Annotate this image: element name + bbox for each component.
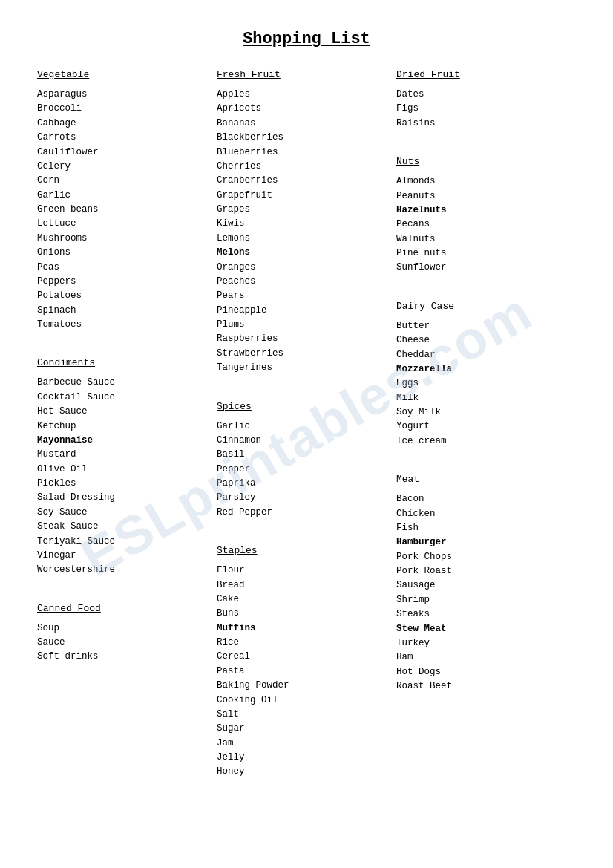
list-item: Mustard — [37, 448, 217, 462]
section-title-2-1: Nuts — [396, 156, 576, 167]
list-item: Cabbage — [37, 117, 217, 131]
list-item: Peas — [37, 261, 217, 275]
list-item: Rice — [217, 636, 396, 650]
list-item: Mayonnaise — [37, 434, 217, 448]
section-0-0: VegetableAsparagusBroccoliCabbageCarrots… — [37, 69, 217, 332]
list-item: Sugar — [217, 722, 396, 736]
list-item: Sunflower — [396, 261, 576, 275]
list-item: Cheese — [396, 333, 576, 347]
list-item: Salt — [217, 708, 396, 722]
list-item: Hazelnuts — [396, 203, 576, 218]
list-item: Apples — [217, 88, 396, 102]
list-item: Pickles — [37, 477, 217, 491]
list-item: Mozzarella — [396, 362, 576, 376]
section-title-0-1: Condiments — [37, 357, 217, 368]
list-item: Kiwis — [217, 217, 396, 231]
list-item: Vinegar — [37, 549, 217, 563]
list-item: Soy Sauce — [37, 506, 217, 520]
list-item: Butter — [396, 319, 576, 333]
section-title-1-1: Spices — [217, 401, 396, 412]
list-item: Bananas — [217, 117, 396, 131]
list-item: Pecans — [396, 218, 576, 232]
list-item: Roast Beef — [396, 679, 576, 694]
section-title-2-2: Dairy Case — [396, 301, 576, 312]
list-item: Cauliflower — [37, 146, 217, 160]
section-0-1: CondimentsBarbecue SauceCocktail SauceHo… — [37, 357, 217, 577]
list-item: Bacon — [396, 492, 576, 506]
list-item: Lemons — [217, 232, 396, 246]
list-item: Sauce — [37, 636, 217, 650]
list-item: Paprika — [217, 477, 396, 491]
list-item: Figs — [396, 102, 576, 116]
list-item: Blackberries — [217, 131, 396, 145]
list-item: Chicken — [396, 507, 576, 521]
list-item: Flour — [217, 564, 396, 578]
list-item: Broccoli — [37, 102, 217, 116]
list-item: Almonds — [396, 174, 576, 189]
section-0-2: Canned FoodSoupSauceSoft drinks — [37, 603, 217, 665]
list-item: Turkey — [396, 636, 576, 650]
list-item: Buns — [217, 607, 396, 621]
list-item: Grapes — [217, 203, 396, 217]
list-item: Olive Oil — [37, 463, 217, 477]
column-1: Fresh FruitApplesApricotsBananasBlackber… — [217, 69, 396, 794]
list-item: Hot Dogs — [396, 665, 576, 679]
page-title: Shopping List — [37, 30, 576, 48]
list-item: Soy Milk — [396, 405, 576, 420]
list-item: Lettuce — [37, 217, 217, 231]
section-title-1-0: Fresh Fruit — [217, 69, 396, 80]
list-item: Basil — [217, 448, 396, 462]
list-item: Pineapple — [217, 304, 396, 318]
list-item: Cherries — [217, 160, 396, 174]
list-item: Ketchup — [37, 420, 217, 434]
list-item: Melons — [217, 246, 396, 260]
list-item: Pork Chops — [396, 550, 576, 564]
list-item: Eggs — [396, 376, 576, 391]
column-2: Dried FruitDatesFigsRaisinsNutsAlmondsPe… — [396, 69, 576, 794]
section-title-2-3: Meat — [396, 474, 576, 485]
list-item: Tangerines — [217, 361, 396, 375]
section-2-0: Dried FruitDatesFigsRaisins — [396, 69, 576, 131]
list-item: Soup — [37, 621, 217, 636]
section-2-2: Dairy CaseButterCheeseCheddarMozzarellaE… — [396, 301, 576, 448]
list-item: Soft drinks — [37, 650, 217, 664]
section-2-1: NutsAlmondsPeanutsHazelnutsPecansWalnuts… — [396, 156, 576, 275]
list-item: Raisins — [396, 117, 576, 131]
list-item: Cake — [217, 593, 396, 607]
section-title-0-2: Canned Food — [37, 603, 217, 614]
list-item: Red Pepper — [217, 506, 396, 520]
list-item: Blueberries — [217, 146, 396, 160]
list-item: Jam — [217, 737, 396, 751]
list-item: Parsley — [217, 491, 396, 505]
list-item: Cheddar — [396, 348, 576, 362]
list-item: Baking Powder — [217, 679, 396, 693]
section-2-3: MeatBaconChickenFishHamburgerPork ChopsP… — [396, 474, 576, 694]
list-item: Sausage — [396, 578, 576, 593]
list-item: Spinach — [37, 304, 217, 318]
list-item: Peppers — [37, 275, 217, 289]
list-item: Bread — [217, 578, 396, 593]
list-item: Ham — [396, 650, 576, 665]
list-item: Celery — [37, 160, 217, 174]
list-item: Cranberries — [217, 174, 396, 188]
list-item: Muffins — [217, 621, 396, 636]
list-item: Worcestershire — [37, 563, 217, 577]
section-title-0-0: Vegetable — [37, 69, 217, 80]
section-1-2: StaplesFlourBreadCakeBunsMuffinsRiceCere… — [217, 545, 396, 780]
list-item: Raspberries — [217, 332, 396, 346]
list-item: Onions — [37, 246, 217, 260]
list-item: Strawberries — [217, 347, 396, 361]
list-item: Pork Roast — [396, 564, 576, 578]
section-1-0: Fresh FruitApplesApricotsBananasBlackber… — [217, 69, 396, 376]
list-item: Salad Dressing — [37, 491, 217, 505]
list-item: Grapefruit — [217, 189, 396, 203]
list-item: Apricots — [217, 102, 396, 116]
content-grid: VegetableAsparagusBroccoliCabbageCarrots… — [37, 69, 576, 794]
list-item: Yogurt — [396, 420, 576, 434]
list-item: Garlic — [37, 189, 217, 203]
list-item: Cinnamon — [217, 434, 396, 448]
list-item: Asparagus — [37, 88, 217, 102]
list-item: Cooking Oil — [217, 694, 396, 708]
list-item: Steak Sauce — [37, 520, 217, 534]
list-item: Carrots — [37, 131, 217, 145]
